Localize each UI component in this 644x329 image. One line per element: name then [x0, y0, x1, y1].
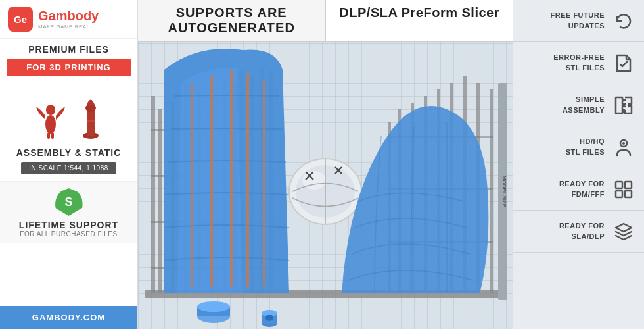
svg-rect-3 — [51, 132, 54, 139]
feature-row-hd: HD/HQSTL FILES — [513, 126, 644, 168]
svg-point-0 — [45, 115, 56, 134]
feature-row-stl-error: ERROR-FREESTL FILES — [513, 42, 644, 84]
for-3d-printing-label: FOR 3D PRINTING — [7, 59, 131, 76]
feature-row-assembly: SIMPLEASSEMBLY — [513, 84, 644, 126]
small-pieces-bottom — [197, 301, 277, 327]
scale-badge: IN SCALE 1:544, 1:1088 — [21, 162, 116, 174]
brand-name: Gambody — [38, 8, 99, 24]
svg-rect-32 — [490, 89, 493, 293]
svg-rect-61 — [616, 182, 622, 188]
svg-rect-40 — [246, 73, 249, 287]
gambody-url-button[interactable]: GAMBODY.COM — [0, 306, 137, 329]
puzzle-icon — [611, 93, 636, 118]
svg-rect-2 — [47, 132, 50, 139]
feature-text-stl-error: ERROR-FREESTL FILES — [553, 53, 605, 73]
brand-info: Gambody MAKE GAME REAL — [38, 8, 99, 30]
feature-text-hd: HD/HQSTL FILES — [566, 137, 605, 157]
center-viewer: SUPPORTS ARE AUTOGENERATED DLP/SLA PreFo… — [138, 0, 513, 329]
svg-rect-41 — [263, 80, 265, 287]
ruler-indicator: MODEL SIZE — [498, 83, 507, 300]
layers-icon — [611, 219, 636, 244]
svg-rect-8 — [151, 96, 155, 293]
svg-rect-64 — [625, 191, 632, 197]
model-canvas: MODEL SIZE — [138, 30, 513, 329]
blue-curved-piece — [342, 106, 488, 293]
supports-label: SUPPORTS ARE AUTOGENERATED — [138, 0, 325, 42]
svg-point-56 — [265, 315, 273, 321]
svg-rect-62 — [625, 182, 632, 188]
assembly-label: ASSEMBLY & STATIC — [16, 145, 122, 162]
top-bar: SUPPORTS ARE AUTOGENERATED DLP/SLA PreFo… — [138, 0, 513, 42]
viewer-content: MODEL SIZE — [138, 30, 513, 329]
feature-row-fdm: READY FORFDM/FFF — [513, 168, 644, 211]
blue-tower-left — [164, 49, 289, 293]
svg-point-60 — [622, 142, 625, 145]
slicer-label: DLP/SLA PreForm Slicer — [325, 0, 513, 42]
shield-icon: S — [55, 188, 83, 216]
premium-label: PREMIUM FILES — [0, 39, 137, 57]
svg-rect-39 — [230, 70, 233, 287]
figures-area — [0, 82, 137, 145]
svg-rect-37 — [191, 83, 193, 287]
svg-rect-5 — [87, 108, 95, 136]
feature-text-assembly: SIMPLEASSEMBLY — [563, 95, 605, 115]
feature-text-updates: FREE FUTUREUPDATES — [551, 11, 605, 31]
feature-row-sla: READY FORSLA/DLP — [513, 211, 644, 253]
grid-icon — [611, 177, 636, 202]
svg-point-1 — [46, 105, 55, 115]
feature-text-sla: READY FORSLA/DLP — [559, 221, 605, 241]
sidebar-header: Ge Gambody MAKE GAME REAL — [0, 0, 137, 39]
brand-tagline: MAKE GAME REAL — [38, 24, 99, 30]
svg-point-52 — [197, 301, 230, 312]
for-all-files-label: FOR ALL PURCHASED FILES — [20, 230, 117, 238]
figure-2 — [78, 88, 104, 141]
lifetime-support-label: LIFETIME SUPPORT — [19, 220, 118, 230]
feature-row-updates: FREE FUTUREUPDATES — [513, 0, 644, 42]
figure-1 — [34, 88, 67, 141]
refresh-icon — [611, 9, 636, 34]
svg-text:MODEL SIZE: MODEL SIZE — [501, 176, 507, 207]
file-check-icon — [611, 51, 636, 76]
feature-text-fdm: READY FORFDM/FFF — [559, 179, 605, 199]
svg-point-44 — [302, 171, 326, 190]
svg-rect-63 — [616, 191, 622, 197]
right-sidebar: FREE FUTUREUPDATES ERROR-FREESTL FILES S… — [513, 0, 644, 329]
svg-point-6 — [85, 104, 96, 112]
svg-rect-38 — [210, 76, 213, 287]
svg-rect-9 — [158, 109, 162, 293]
left-sidebar: Ge Gambody MAKE GAME REAL PREMIUM FILES … — [0, 0, 138, 329]
support-section: S LIFETIME SUPPORT FOR ALL PURCHASED FIL… — [0, 181, 137, 243]
person-icon — [611, 135, 636, 160]
logo-icon: Ge — [8, 7, 33, 32]
sphere-element — [289, 159, 361, 224]
